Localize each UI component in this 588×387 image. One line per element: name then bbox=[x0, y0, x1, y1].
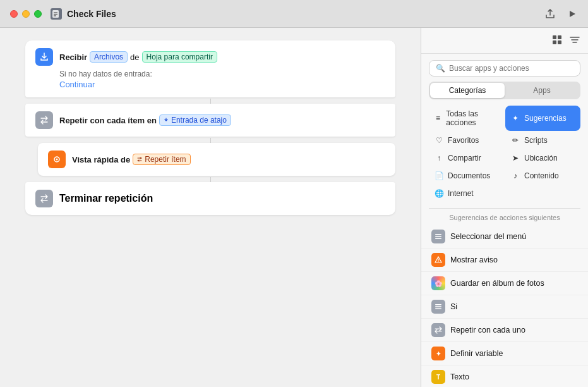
maximize-button[interactable] bbox=[34, 10, 42, 18]
menu-label: Seleccionar del menú bbox=[450, 232, 526, 241]
content-icon: ♪ bbox=[510, 171, 520, 180]
suggestion-list: Seleccionar del menú Mostrar aviso 🌸 Gua… bbox=[421, 225, 588, 387]
category-internet[interactable]: 🌐 Internet bbox=[429, 185, 504, 202]
receive-text: Recibir Archivos de Hoja para compartir bbox=[59, 51, 217, 63]
suggestion-alert[interactable]: Mostrar aviso bbox=[421, 249, 588, 272]
scripts-icon: ✏ bbox=[510, 136, 520, 145]
svg-rect-15 bbox=[435, 238, 441, 240]
suggestion-photos[interactable]: 🌸 Guardar en álbum de fotos bbox=[421, 272, 588, 295]
repeat-header: Repetir con cada ítem en Entrada de ataj… bbox=[35, 111, 385, 129]
close-button[interactable] bbox=[10, 10, 18, 18]
apps-tab[interactable]: Apps bbox=[505, 83, 579, 98]
share-button[interactable] bbox=[544, 8, 556, 20]
category-content[interactable]: ♪ Contenido bbox=[505, 168, 580, 184]
action-receive[interactable]: Recibir Archivos de Hoja para compartir … bbox=[25, 40, 395, 97]
category-documents[interactable]: 📄 Documentos bbox=[429, 168, 504, 184]
svg-rect-7 bbox=[558, 35, 561, 39]
action-quicklook[interactable]: Vista rápida de Repetir ítem bbox=[38, 143, 395, 176]
sidebar-divider bbox=[429, 208, 580, 209]
suggestions-icon: ✦ bbox=[510, 114, 520, 123]
suggestion-menu[interactable]: Seleccionar del menú bbox=[421, 225, 588, 249]
if-label: Si bbox=[450, 302, 457, 311]
content-label: Contenido bbox=[524, 171, 559, 180]
category-favorites[interactable]: ♡ Favoritos bbox=[429, 132, 504, 149]
share-label: Compartir bbox=[448, 154, 481, 163]
connector-2 bbox=[210, 138, 211, 143]
search-input[interactable] bbox=[449, 64, 573, 73]
svg-rect-13 bbox=[435, 234, 441, 235]
minimize-button[interactable] bbox=[22, 10, 30, 18]
library-button[interactable] bbox=[551, 34, 563, 48]
svg-rect-6 bbox=[553, 35, 556, 39]
alert-label: Mostrar aviso bbox=[450, 255, 498, 264]
sidebar-header bbox=[421, 28, 588, 54]
category-toggle: Categorías Apps bbox=[429, 82, 580, 99]
titlebar-actions bbox=[544, 8, 578, 20]
end-repeat-header: Terminar repetición bbox=[35, 190, 385, 207]
repetir-tag[interactable]: Repetir ítem bbox=[133, 154, 190, 165]
suggestions-label: Sugerencias bbox=[524, 114, 567, 123]
archivos-tag[interactable]: Archivos bbox=[90, 51, 128, 63]
suggestion-if[interactable]: Si bbox=[421, 295, 588, 319]
menu-icon bbox=[431, 230, 445, 243]
connector-1 bbox=[210, 99, 211, 104]
suggestion-set-var[interactable]: ✦ Definir variable bbox=[421, 342, 588, 366]
suggestion-repeat-each[interactable]: Repetir con cada uno bbox=[421, 319, 588, 342]
internet-label: Internet bbox=[448, 189, 474, 198]
traffic-lights bbox=[10, 10, 42, 18]
hoja-tag[interactable]: Hoja para compartir bbox=[142, 51, 217, 63]
search-bar[interactable]: 🔍 bbox=[429, 60, 580, 77]
scripts-label: Scripts bbox=[524, 136, 548, 145]
repeat-icon bbox=[35, 111, 53, 129]
category-share[interactable]: ↑ Compartir bbox=[429, 150, 504, 166]
set-var-icon: ✦ bbox=[431, 347, 445, 360]
sidebar: 🔍 Categorías Apps ≡ Todas las acciones ✦… bbox=[421, 28, 588, 387]
filter-button[interactable] bbox=[569, 34, 580, 48]
svg-rect-19 bbox=[435, 306, 441, 307]
continue-label[interactable]: Continuar bbox=[59, 80, 95, 89]
workflow-panel: Recibir Archivos de Hoja para compartir … bbox=[0, 28, 421, 387]
category-scripts[interactable]: ✏ Scripts bbox=[505, 132, 580, 149]
quicklook-label: Vista rápida de bbox=[72, 155, 130, 164]
window-title: Check Files bbox=[67, 9, 116, 19]
app-icon bbox=[51, 8, 62, 20]
photos-label: Guardar en álbum de fotos bbox=[450, 279, 544, 288]
no-data-label: Si no hay datos de entrada: bbox=[59, 70, 385, 78]
suggestion-text[interactable]: T Texto bbox=[421, 366, 588, 387]
run-button[interactable] bbox=[567, 8, 578, 20]
receive-icon bbox=[35, 48, 53, 66]
repeat-each-label: Repetir con cada uno bbox=[450, 326, 525, 335]
action-end-repeat[interactable]: Terminar repetición bbox=[25, 182, 395, 215]
suggestions-section-label: Sugerencias de acciones siguientes bbox=[421, 214, 588, 225]
set-var-label: Definir variable bbox=[450, 349, 503, 358]
share-icon: ↑ bbox=[434, 154, 444, 163]
category-location[interactable]: ➤ Ubicación bbox=[505, 150, 580, 166]
all-label: Todas las acciones bbox=[446, 109, 499, 127]
category-all[interactable]: ≡ Todas las acciones bbox=[429, 106, 504, 131]
svg-rect-8 bbox=[553, 40, 556, 44]
location-icon: ➤ bbox=[510, 154, 520, 163]
entrada-tag[interactable]: Entrada de atajo bbox=[159, 114, 231, 126]
receive-label: Recibir bbox=[59, 52, 87, 62]
end-repeat-label: Terminar repetición bbox=[59, 193, 153, 204]
text-icon: T bbox=[431, 370, 445, 384]
svg-point-17 bbox=[438, 261, 438, 262]
quicklook-icon bbox=[48, 150, 66, 168]
titlebar: Check Files bbox=[0, 0, 588, 28]
if-icon bbox=[431, 300, 445, 314]
repeat-each-icon bbox=[431, 323, 445, 337]
alert-icon bbox=[431, 253, 445, 267]
categories-tab[interactable]: Categorías bbox=[430, 83, 505, 98]
location-label: Ubicación bbox=[524, 154, 558, 163]
action-repeat[interactable]: Repetir con cada ítem en Entrada de ataj… bbox=[25, 104, 395, 137]
repeat-label: Repetir con cada ítem en bbox=[59, 116, 157, 125]
internet-icon: 🌐 bbox=[434, 189, 444, 198]
favorites-label: Favoritos bbox=[448, 136, 479, 145]
connector-3 bbox=[210, 177, 211, 182]
favorites-icon: ♡ bbox=[434, 136, 444, 145]
action-header: Recibir Archivos de Hoja para compartir bbox=[35, 48, 385, 66]
category-suggestions[interactable]: ✦ Sugerencias bbox=[505, 106, 580, 131]
category-grid: ≡ Todas las acciones ✦ Sugerencias ♡ Fav… bbox=[421, 106, 588, 208]
svg-point-5 bbox=[56, 159, 58, 161]
svg-rect-9 bbox=[558, 40, 561, 44]
